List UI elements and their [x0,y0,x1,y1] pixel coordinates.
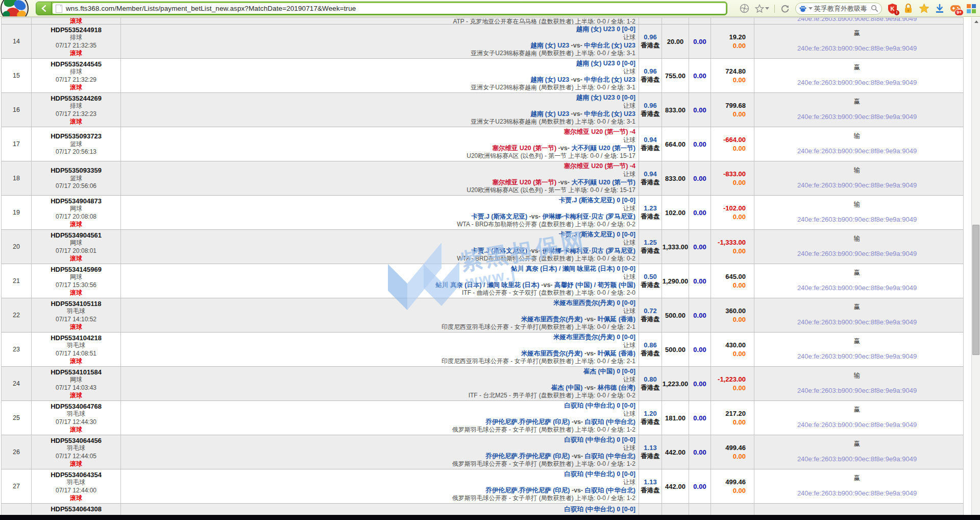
row-number: 27 [2,469,32,503]
odds-value: 0.72 [644,306,656,315]
status-cell: 输 240e:fe:2603:b900:90ec:8f8e:9e9a:9049 [754,367,960,400]
lock-icon[interactable] [902,3,914,14]
outcome-label: 赢 [754,440,960,448]
apps-grid-icon[interactable] [966,3,977,14]
bet-timestamp: 07/17 20:08:01 [56,247,96,255]
wheel-icon[interactable] [739,3,750,14]
match-cell: 白驭珀 (中华台北) 0 [0-0] 让球 乔伊伦尼萨.乔伊伦尼萨 (印尼) -… [121,401,639,435]
search-input[interactable]: 英孚教育外教吸毒 [814,4,869,13]
win-loss-amount: 430.00 [725,341,746,349]
bet-id-cell: HDP5535244269 排球 07/17 21:32:23 滚球 [32,93,121,127]
matchup-line: 鲇川 真奈 (日本) / 濑间 咏里花 (日本) -vs- 高馨妤 (中国) /… [123,281,635,290]
secondary-amount: 0.00 [733,144,746,153]
bet-timestamp: 07/17 20:56:06 [56,182,96,191]
bet-id: HDP5534064354 [51,471,102,479]
table-row: 17 HDP5535093723 篮球 07/17 20:56:13 塞尔维亚 … [2,127,963,161]
search-icon[interactable] [871,5,878,12]
refresh-icon[interactable] [779,3,791,14]
home-team: 米娅布里西贵尔(丹麦) [521,350,583,357]
market-type: 香港盘 [641,110,660,119]
secondary-amount: 0.00 [733,110,746,119]
bet-id-cell: HDP5534101584 网球 07/17 14:03:43 滚球 [32,367,121,400]
status-cell: 赢 240e:fe:2603:b900:90ec:8f8e:9e9a:9049 [754,298,960,332]
sport-label: 排球 [70,102,82,110]
home-team: 卡贾.J (斯洛文尼亚) [471,247,527,254]
match-cell: 卡贾.J (斯洛文尼亚) 0 [0-0] 让球 卡贾.J (斯洛文尼亚) -vs… [121,230,639,264]
home-team: 乔伊伦尼萨.乔伊伦尼萨 (印尼) [485,418,570,426]
vertical-scrollbar[interactable] [971,17,980,515]
odds-cell: 1.23 香港盘 [639,196,662,229]
bet-ip: 240e:fe:2603:b900:90ec:8f8e:9e9a:9049 [754,318,960,326]
search-box[interactable]: 英孚教育外教吸毒 [795,3,882,15]
odds-cell: 0.96 香港盘 [639,59,662,92]
scroll-up-arrow-icon[interactable] [972,17,980,26]
market-type: 香港盘 [641,41,660,50]
bet-timestamp: 07/17 21:32:29 [56,76,96,84]
match-cell: 白驭珀 (中华台北) 0 [0-0] 让球 乔伊伦尼萨.乔伊伦尼萨 (印尼) -… [121,469,639,503]
bet-selection: 崔杰 (中国) 0 [0-0] [123,368,635,376]
bet-timestamp: 07/17 14:10:52 [56,316,96,324]
bet-ip: 240e:fe:2603:b900:90ec:8f8e:9e9a:9049 [754,181,960,189]
secondary-amount: 0.00 [733,486,746,495]
bet-ip: 240e:fe:2603:b900:90ec:8f8e:9e9a:9049 [754,147,960,155]
bookmark-star-icon[interactable] [754,3,770,14]
odds-value: 1.25 [644,238,656,247]
odds-cell: 1.20 香港盘 [639,401,662,435]
win-loss-amount: -1,223.00 [718,375,746,384]
outcome-label: 赢 [754,337,960,346]
live-bet-label: 滚球 [70,221,82,229]
league-line: WTA - BRD布加勒斯特公开赛 (盘数获胜者) 上半场: 0-0 / 全场:… [123,255,635,263]
games-icon[interactable]: 9+ [950,3,961,14]
sport-label: 羽毛球 [67,444,85,453]
outcome-label: 输 [754,371,960,380]
back-button[interactable] [36,2,52,15]
download-icon[interactable] [934,3,945,14]
league-line: ITF - 曲靖公开赛 - 女子双打 (盘数获胜者) 上半场: 0-0 / 全场… [123,289,635,297]
status-cell: 输 240e:fe:2603:b900:90ec:8f8e:9e9a:9049 [754,196,960,229]
status-cell: 赢 240e:fe:2603:b900:90ec:8f8e:9e9a:9049 [754,435,960,469]
security-shield-icon[interactable]: K ! [887,3,898,14]
home-team: 越南 (女) U23 [530,76,569,83]
bet-type-label: 让球 [123,376,635,384]
stake-amount: 102.00 [662,196,689,229]
bet-selection: 米娅布里西贵尔(丹麦) 0 [0-0] [123,334,635,342]
bet-ip: 240e:fe:2603:b900:90ec:8f8e:9e9a:9049 [754,79,960,86]
commission-amount: 0.00 [689,25,711,58]
secondary-amount: 0.00 [733,178,746,187]
table-row: 23 HDP5534104218 羽毛球 07/17 14:08:51 滚球 米… [2,332,963,366]
market-type: 香港盘 [641,76,660,84]
table-row: 16 HDP5535244269 排球 07/17 21:32:23 滚球 越南… [2,92,963,127]
bet-type-label: 让球 [123,410,635,418]
favorite-star-icon[interactable] [918,3,929,14]
outcome-label: 赢 [754,474,960,483]
outcome-label: 赢 [754,63,960,72]
live-bet-label: 滚球 [70,255,82,263]
match-cell: 米娅布里西贵尔(丹麦) 0 [0-0] 让球 米娅布里西贵尔(丹麦) -vs- … [121,333,639,366]
url-field[interactable]: wns.fts368.com/Member/Lists/payment_betL… [53,3,726,14]
row-number: 22 [2,298,32,332]
away-team: 伊琳娜-卡梅利亚·贝古 (罗马尼亚) [542,247,635,254]
commission-amount: 0.00 [689,333,711,366]
home-team: 崔杰 (中国) [551,384,583,391]
live-bet-label: 滚球 [70,289,82,297]
stake-amount: 442.00 [662,435,689,469]
bet-id: HDP5535093359 [51,167,102,175]
scrollbar-thumb[interactable] [972,225,979,355]
result-cell: -1,333.00 0.00 [711,230,754,264]
status-cell: 赢 240e:fe:2603:b900:90ec:8f8e:9e9a:9049 [754,25,960,58]
bet-type-label: 让球 [123,342,635,350]
bet-timestamp: 07/17 20:56:13 [56,148,96,156]
odds-cell: 0.94 香港盘 [639,127,662,161]
secondary-amount: 0.00 [733,418,746,427]
bet-table: 滚球 ATP - 克罗地亚公开赛在乌马格 (盘数获胜者) 上半场: 0-0 / … [1,17,964,515]
status-cell: 赢 240e:fe:2603:b900:90ec:8f8e:9e9a:9049 [754,333,960,366]
stake-amount: 1,223.00 [662,367,689,400]
search-engine-caret[interactable] [808,7,813,10]
bet-id: HDP5534904561 [51,231,102,240]
commission-amount: 0.00 [689,401,711,435]
odds-cell: 0.96 香港盘 [639,93,662,127]
sport-label: 篮球 [70,175,82,183]
market-type: 香港盘 [641,418,660,427]
away-team: 大不列颠 U20 (第一节) [571,179,635,186]
away-team: 中华台北 (女) U23 [584,110,635,117]
